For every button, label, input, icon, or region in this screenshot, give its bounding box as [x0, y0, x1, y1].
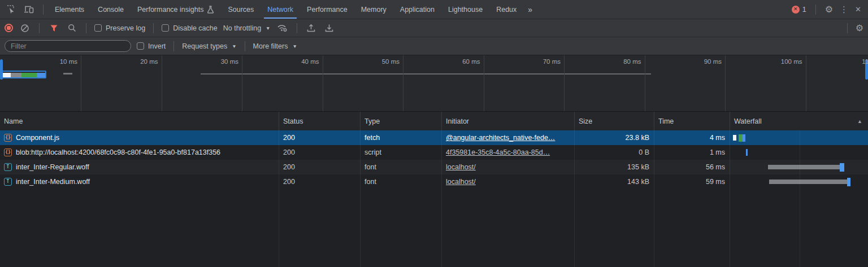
table-row-component-js[interactable]: {} Component.js 200 fetch @angular-archi…: [0, 130, 868, 145]
experiment-flask-icon: [207, 6, 214, 14]
script-file-icon: {}: [4, 134, 12, 142]
request-time: 59 ms: [654, 174, 730, 189]
divider: [43, 5, 44, 15]
column-header-initiator[interactable]: Initiator: [442, 112, 575, 130]
invert-checkbox[interactable]: [137, 42, 144, 50]
divider: [815, 5, 816, 15]
request-time: 4 ms: [654, 130, 730, 145]
divider: [297, 23, 297, 33]
script-file-icon: {}: [4, 148, 12, 156]
column-header-size[interactable]: Size: [575, 112, 654, 130]
disable-cache-label: Disable cache: [173, 24, 218, 32]
divider: [153, 23, 154, 33]
request-types-label: Request types: [182, 42, 227, 50]
error-icon: ✕: [792, 6, 800, 14]
divider: [245, 41, 245, 51]
network-overview-timeline[interactable]: 10 ms20 ms30 ms40 ms50 ms60 ms70 ms80 ms…: [0, 55, 868, 112]
more-filters-dropdown[interactable]: More filters ▼: [253, 42, 297, 50]
more-filters-label: More filters: [253, 42, 288, 50]
search-icon[interactable]: [66, 22, 78, 34]
throttling-dropdown[interactable]: No throttling ▼: [223, 24, 271, 32]
preserve-log-option: Preserve log: [94, 24, 145, 32]
invert-option: Invert: [137, 42, 166, 50]
initiator-link[interactable]: 4f35981e-35c8-4a5c-80aa-85d…: [446, 148, 550, 156]
waterfall-bar[interactable]: [730, 145, 868, 160]
network-settings-gear-icon[interactable]: ⚙: [856, 23, 863, 33]
disable-cache-option: Disable cache: [162, 24, 218, 32]
request-name: blob:http://localhost:4200/68fc0c98-c80f…: [16, 148, 220, 156]
request-type: fetch: [361, 130, 442, 145]
request-size: 23.8 kB: [575, 130, 654, 145]
request-type: font: [361, 174, 442, 189]
filter-funnel-icon[interactable]: [47, 22, 60, 34]
error-count-badge[interactable]: ✕ 1: [792, 6, 806, 14]
settings-gear-icon[interactable]: ⚙: [825, 4, 833, 15]
export-har-icon[interactable]: [323, 22, 336, 34]
request-type: font: [361, 160, 442, 174]
request-type: script: [361, 145, 442, 160]
initiator-link[interactable]: localhost/: [446, 178, 476, 186]
request-size: 135 kB: [575, 160, 654, 174]
requests-table-body: {} Component.js 200 fetch @angular-archi…: [0, 130, 868, 267]
preserve-log-label: Preserve log: [106, 24, 145, 32]
divider: [847, 23, 848, 33]
tab-lighthouse[interactable]: Lighthouse: [441, 0, 489, 19]
column-header-type[interactable]: Type: [361, 112, 442, 130]
column-header-waterfall[interactable]: Waterfall ▲: [730, 112, 868, 130]
chevron-down-icon: ▼: [266, 25, 270, 31]
import-har-icon[interactable]: [305, 22, 318, 34]
column-header-time[interactable]: Time: [654, 112, 730, 130]
tab-console[interactable]: Console: [91, 0, 131, 19]
request-time: 56 ms: [654, 160, 730, 174]
request-status: 200: [279, 174, 361, 189]
close-devtools-icon[interactable]: ✕: [855, 5, 861, 14]
clear-network-log-icon[interactable]: [19, 22, 31, 34]
initiator-link[interactable]: localhost/: [446, 163, 476, 171]
tab-sources[interactable]: Sources: [221, 0, 261, 19]
inspect-element-icon[interactable]: [5, 3, 17, 16]
sort-ascending-icon[interactable]: ▲: [857, 119, 862, 124]
tab-redux[interactable]: Redux: [489, 0, 523, 19]
request-time: 1 ms: [654, 145, 730, 160]
devtools-tabbar: Elements Console Performance insights So…: [0, 0, 868, 19]
error-count: 1: [802, 6, 806, 14]
tab-application[interactable]: Application: [393, 0, 441, 19]
request-size: 0 B: [575, 145, 654, 160]
font-file-icon: T: [4, 178, 12, 186]
divider: [173, 41, 174, 51]
table-row-inter-medium-woff[interactable]: T inter_Inter-Medium.woff 200 font local…: [0, 174, 868, 189]
request-size: 143 kB: [575, 174, 654, 189]
request-status: 200: [279, 160, 361, 174]
device-toolbar-icon[interactable]: [23, 3, 35, 16]
throttling-value: No throttling: [223, 24, 261, 32]
more-tabs-chevron-icon[interactable]: »: [523, 0, 537, 19]
table-row-inter-regular-woff[interactable]: T inter_Inter-Regular.woff 200 font loca…: [0, 160, 868, 174]
tab-performance-insights[interactable]: Performance insights: [131, 0, 221, 19]
column-header-name[interactable]: Name: [0, 112, 279, 130]
record-network-log-icon[interactable]: [5, 24, 13, 32]
chevron-down-icon: ▼: [292, 43, 297, 49]
tab-memory[interactable]: Memory: [354, 0, 393, 19]
waterfall-bar[interactable]: [730, 130, 868, 145]
network-conditions-icon[interactable]: [276, 22, 289, 34]
column-header-status[interactable]: Status: [279, 112, 361, 130]
filter-input[interactable]: [5, 40, 131, 52]
disable-cache-checkbox[interactable]: [162, 24, 169, 32]
tab-elements[interactable]: Elements: [48, 0, 91, 19]
kebab-menu-icon[interactable]: ⋮: [840, 5, 848, 15]
table-row-blob-localhost[interactable]: {} blob:http://localhost:4200/68fc0c98-c…: [0, 145, 868, 160]
waterfall-bar[interactable]: [730, 174, 868, 189]
network-toolbar: Preserve log Disable cache No throttling…: [0, 19, 868, 37]
preserve-log-checkbox[interactable]: [94, 24, 102, 32]
request-name: inter_Inter-Regular.woff: [16, 163, 89, 171]
tab-network[interactable]: Network: [261, 0, 300, 19]
waterfall-bar[interactable]: [730, 160, 868, 174]
initiator-link[interactable]: @angular-architects_native-fede…: [446, 134, 555, 142]
requests-table-header: Name Status Type Initiator Size Time Wat…: [0, 112, 868, 130]
request-name: Component.js: [16, 134, 59, 142]
divider: [86, 23, 86, 33]
panel-tabs: Elements Console Performance insights So…: [48, 0, 537, 19]
devtools-window: Elements Console Performance insights So…: [0, 0, 868, 267]
request-types-dropdown[interactable]: Request types ▼: [182, 42, 236, 50]
tab-performance[interactable]: Performance: [300, 0, 354, 19]
